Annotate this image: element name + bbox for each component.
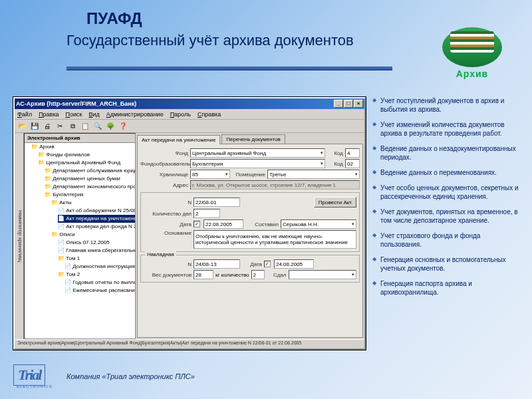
company-name: Компания «Триал электроникс ПЛС» [66,372,195,380]
kod2-field[interactable]: 02 [345,159,360,168]
tree-file[interactable]: Акт проверки дел фонда N 24-08/01 от 24.… [58,223,135,231]
bullet: Учет изменений количества документов арх… [372,120,522,138]
menu-admin[interactable]: Администрирование [106,111,164,118]
tree-file[interactable]: Опись 07.12.2005 [58,239,135,247]
kol-field[interactable]: 2 [251,270,265,279]
run-act-button[interactable]: Провести Акт [314,197,356,207]
bullet: Учет страхового фонда и фонда пользовани… [372,231,522,249]
act-group: N 22/08-01 Провести Акт Количество дел 2… [140,192,360,252]
menu-pass[interactable]: Пароль [170,111,191,118]
app-window: АС-Архив (http-server/FIRM_ARCH_Банк) _ … [13,97,366,350]
tree-file[interactable]: Должностная инструкция Главного бухгалте… [65,263,135,271]
archive-logo: Архив [432,20,512,86]
ves-unit: кг количество [215,272,249,278]
hran-label: Хранилище [140,172,188,178]
date-field[interactable]: 22.08.2005 [203,219,243,229]
tree-node[interactable]: Том 2 [58,271,135,279]
fo-combo[interactable]: Бухгалтерия [190,159,325,168]
slide-subtitle: Государственный учёт архива документов [66,32,354,49]
print-icon[interactable]: 🖨 [41,121,53,132]
kd-field[interactable]: 2 [194,209,220,218]
ves-label: Вес документов [144,272,192,278]
tree-file-selected[interactable]: Акт передачи на уничтожение N 22/08-01 о… [58,215,135,223]
tree-file[interactable]: Акт об обнаружении N 25/08-01 от 25.08.2… [58,207,135,215]
menu-file[interactable]: Файл [17,111,32,118]
kd-label: Количество дел [144,211,192,217]
form-content: Фонд Центральный архивный Фонд Код 4 Фон… [137,144,363,338]
open-icon[interactable]: 📂 [16,121,28,132]
company-logo: Trial [13,364,45,386]
close-button[interactable]: × [354,100,363,108]
tree-file[interactable]: Главная книга сберегательного банка за 2… [58,247,135,255]
osn-label: Основание [144,230,192,236]
fo-label: Фондообразователь [140,161,188,167]
tree-icon[interactable]: 🌳 [104,121,116,132]
tree-node[interactable]: Фонды филиалов [38,151,135,159]
sost-combo[interactable]: Серикова Н.Н. [281,219,356,229]
date-checkbox[interactable]: ✓ [194,221,200,227]
kod1-label: Код [327,150,343,156]
search-icon[interactable]: 🔍 [92,121,104,132]
menu-view[interactable]: Вид [89,111,100,118]
menu-edit[interactable]: Правка [39,111,59,118]
navigator-vertical-tab[interactable]: Навигатор хранилищ [15,133,24,339]
maximize-button[interactable]: □ [344,100,353,108]
form-tabstrip: Акт передачи на уничтожение Перечень док… [136,133,364,144]
fond-label: Фонд [140,150,188,156]
tree-node[interactable]: Департамент экономического прогнозирован… [45,183,135,191]
menu-find[interactable]: Поиск [66,111,82,118]
form-pane: Акт передачи на уничтожение Перечень док… [136,133,364,339]
tree-node[interactable]: Департамент ценных бумаг [45,175,135,183]
tab-list[interactable]: Перечень документов [221,134,285,144]
bullet: Генерация паспорта архива и архивохранил… [372,279,522,297]
bullet: Ведение данных о переименованиях. [372,168,522,177]
tree-node[interactable]: Центральный Архивный Фонд [38,159,135,167]
statusbar: Электронный архив|Архив|Центральный Архи… [15,339,364,348]
feature-list: Учет поступлений документов в архив и вы… [372,96,522,303]
bullet: Учет поступлений документов в архив и вы… [372,96,522,114]
bullet: Ведение данных о незадокументированных п… [372,144,522,162]
minimize-button[interactable]: _ [334,100,343,108]
sdal-combo[interactable] [289,270,356,279]
paste-icon[interactable]: 📋 [79,121,91,132]
save-icon[interactable]: 💾 [29,121,41,132]
osn-textarea[interactable]: Отобраны к уничтожению, как не имеющие н… [194,230,356,249]
tree-file[interactable]: Годовые отчеты по выплатам налогов в бюд… [65,279,135,287]
tree-node[interactable]: Архив [31,143,135,151]
tree-node[interactable]: Описи [51,231,135,239]
copy-icon[interactable]: ⧉ [66,121,78,132]
logo-caption: Архив [456,68,488,79]
fond-combo[interactable]: Центральный архивный Фонд [190,148,325,158]
pom-combo[interactable]: Третье [267,170,360,179]
nd-field[interactable]: 24.08.2005 [274,259,314,269]
n-label: N [144,200,192,205]
tree-view[interactable]: Электронный архив Архив Фонды филиалов Ц… [24,133,136,339]
titlebar: АС-Архив (http-server/FIRM_ARCH_Банк) _ … [15,98,364,109]
ves-field[interactable]: 28 [194,270,213,279]
kod2-label: Код [327,161,343,167]
toolbar: 📂 💾 🖨 ✂ ⧉ 📋 🔍 🌳 ❓ [15,120,364,133]
tab-act[interactable]: Акт передачи на уничтожение [137,135,220,144]
menu-help[interactable]: Справка [198,111,221,118]
bullet: Учет особо ценных документов, секретных … [372,184,522,201]
nd-checkbox[interactable]: ✓ [264,261,271,267]
kod1-field[interactable]: 4 [345,148,360,158]
company-logo-sub: ELECTRONICS [17,384,53,388]
bullet: Учет документов, принятых на временное, … [372,207,522,225]
title-underline [66,66,392,69]
tree-node[interactable]: Департамент обслуживания юридических лиц… [45,167,135,175]
n-field[interactable]: 22/08-01 [194,198,240,207]
nd-label: Дата [242,261,262,267]
slide-title: ПУАФД [86,9,142,28]
tree-node[interactable]: Бухгалтерия [45,191,135,199]
hran-combo[interactable]: 85 [190,170,230,179]
tree-node[interactable]: Том 1 [58,255,135,263]
nn-label: N [144,261,192,267]
nn-field[interactable]: 24/08-13 [194,259,240,269]
help-icon[interactable]: ❓ [117,121,129,132]
date-label: Дата [144,221,192,227]
cut-icon[interactable]: ✂ [54,121,66,132]
tree-file[interactable]: Ежемесячные расписания по расчетному сче… [65,287,135,295]
bullet: Генерация основных и вспомогательных уче… [372,255,522,273]
tree-node[interactable]: Акты [51,199,135,207]
